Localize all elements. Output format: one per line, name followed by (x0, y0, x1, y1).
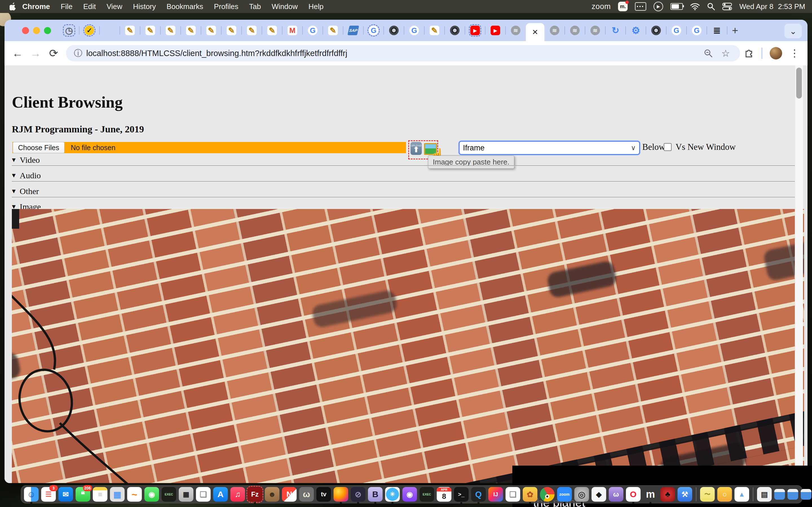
dock-gimp[interactable]: ω (299, 487, 314, 502)
dock-bbedit[interactable]: B (368, 487, 383, 502)
dock-notes[interactable]: ≡ (93, 487, 107, 502)
tab-settings[interactable]: ⚙ (626, 20, 646, 41)
dock-filezilla[interactable]: Fz (248, 487, 262, 502)
dock-minimized-window[interactable] (801, 489, 811, 500)
extensions-icon[interactable] (744, 48, 754, 59)
pinned-tab-youtube[interactable]: ▶ (485, 20, 506, 41)
pinned-tab-dots-grid[interactable] (100, 20, 120, 41)
dock-facetime[interactable]: ◉ (144, 487, 159, 502)
dock-cat-app[interactable]: ω (609, 487, 623, 502)
dock-printer[interactable]: ▤ (757, 487, 772, 502)
dock-device[interactable]: ▦ (179, 487, 193, 502)
dock-dark-circle-app[interactable]: ⊘ (351, 487, 365, 502)
browser-menu-icon[interactable]: ⋮ (790, 47, 800, 59)
pinned-tab-pencil[interactable]: ✎ (181, 20, 201, 41)
dock-activity[interactable]: ~ (127, 487, 142, 502)
tab-globe[interactable]: ≋ (545, 20, 565, 41)
reload-button[interactable]: ⟳ (45, 47, 63, 59)
pinned-tab-pencil[interactable]: ✎ (120, 20, 140, 41)
tab-overflow-chevron[interactable]: ⌄ (784, 24, 802, 38)
dock-music[interactable]: ♫ (231, 487, 245, 502)
dock-moustache-app[interactable]: m (643, 487, 658, 502)
pinned-tab-check[interactable]: ✓ (79, 20, 100, 41)
pinned-tab-pencil[interactable]: ✎ (323, 20, 343, 41)
dock-libreoffice[interactable]: ❏ (196, 487, 211, 502)
pinned-tab-chrome-dark[interactable] (384, 20, 404, 41)
bookmark-star-icon[interactable]: ☆ (721, 48, 730, 59)
dock-club-app[interactable]: ♣ (660, 487, 675, 502)
dock-reminders[interactable]: ☰3 (41, 487, 56, 502)
pinned-tab-sap[interactable]: SAP (343, 20, 363, 41)
menu-item-edit[interactable]: Edit (78, 2, 101, 11)
dock-paint[interactable]: ✿ (523, 487, 538, 502)
tab-chrome-dark[interactable] (646, 20, 666, 41)
choose-files-button[interactable]: Choose Files (13, 142, 64, 153)
dock-stickies[interactable]: 〜 (700, 487, 715, 502)
url-text[interactable]: localhost:8888/HTMLCSS/client_browsing.h… (86, 49, 700, 58)
tab-close-icon[interactable]: ✕ (532, 28, 538, 37)
fullscreen-window-button[interactable] (44, 27, 51, 34)
site-info-icon[interactable]: ⓘ (74, 48, 82, 59)
dock-exec-terminal[interactable]: EXEC (419, 487, 434, 502)
menu-item-chrome[interactable]: Chrome (17, 2, 55, 11)
pinned-tab-pencil[interactable]: ✎ (140, 20, 160, 41)
dock-messages[interactable]: ❝206 (75, 487, 90, 502)
dock-launchpad[interactable]: ▦ (110, 487, 124, 502)
status-app-icon[interactable]: m. (618, 2, 627, 11)
menu-item-history[interactable]: History (128, 2, 161, 11)
apple-menu-icon[interactable] (10, 2, 17, 11)
dock-exec-terminal[interactable]: EXEC (161, 487, 176, 502)
menu-item-file[interactable]: File (55, 2, 78, 11)
pinned-tab-pencil[interactable]: ✎ (262, 20, 282, 41)
dock-firefox[interactable] (334, 487, 348, 502)
dock-appstore[interactable]: A (213, 487, 228, 502)
pinned-tab-globe[interactable]: ≋ (506, 20, 526, 41)
new-tab-button[interactable]: + (727, 22, 743, 38)
dock-safari[interactable]: ✳ (385, 487, 400, 502)
pinned-tab-google[interactable]: G (404, 20, 424, 41)
dock-contacts[interactable]: ☻ (265, 487, 280, 502)
menu-item-bookmarks[interactable]: Bookmarks (161, 2, 209, 11)
pinned-tab-chrome-dark[interactable] (445, 20, 465, 41)
pinned-tab-gmail[interactable]: M (282, 20, 303, 41)
menu-item-profiles[interactable]: Profiles (209, 2, 244, 11)
pinned-tab-timer[interactable]: ◷ (59, 20, 79, 41)
file-input[interactable]: Choose Files No file chosen (12, 142, 406, 153)
menu-item-view[interactable]: View (101, 2, 128, 11)
profile-avatar[interactable] (770, 47, 782, 59)
dock-lens[interactable]: ◎ (574, 487, 589, 502)
wifi-icon[interactable] (690, 2, 700, 11)
play-status-icon[interactable]: ▶ (654, 2, 663, 11)
dock-terminal[interactable]: >_ (454, 487, 469, 502)
pinned-tab-pencil[interactable]: ✎ (242, 20, 262, 41)
section-summary-other[interactable]: ▼Other (11, 186, 39, 197)
dock-developer-app[interactable]: ⚒ (677, 487, 692, 502)
dock-minimized-window[interactable] (774, 489, 785, 500)
dock-zoom[interactable]: zoom (557, 487, 572, 502)
pinned-tab-google[interactable]: G (303, 20, 323, 41)
zoom-out-icon[interactable] (704, 49, 712, 57)
dock-chrome[interactable] (540, 487, 555, 502)
spotlight-search-icon[interactable] (707, 2, 715, 11)
new-window-checkbox[interactable] (664, 143, 672, 151)
menu-bar-clock[interactable]: Wed Apr 82:53 PM (739, 2, 805, 11)
minimize-window-button[interactable] (33, 27, 40, 34)
tab-stackoverflow[interactable]: ≣ (707, 20, 727, 41)
dock-apple-tv[interactable]: tv (316, 487, 331, 502)
pinned-tab-youtube[interactable]: ▶ (465, 20, 485, 41)
dock-minimized-window[interactable] (788, 489, 798, 500)
active-tab[interactable]: ✕ (526, 23, 545, 41)
upload-icon[interactable]: UPLOAD ⬆ (410, 142, 422, 155)
section-summary-video[interactable]: ▼Video (11, 154, 40, 166)
vertical-scrollbar-track[interactable] (795, 65, 803, 483)
address-bar[interactable]: ⓘ localhost:8888/HTMLCSS/client_browsing… (66, 45, 740, 61)
pinned-tab-pencil[interactable]: ✎ (160, 20, 181, 41)
dock-calendar[interactable]: APR8 (437, 487, 451, 502)
pinned-tab-pencil[interactable]: ✎ (221, 20, 242, 41)
close-window-button[interactable] (22, 27, 29, 34)
dock-mail[interactable]: ✉ (58, 487, 73, 502)
menu-item-help[interactable]: Help (303, 2, 329, 11)
vertical-scrollbar-thumb[interactable] (796, 68, 802, 99)
control-center-icon[interactable] (722, 2, 732, 11)
tab-globe[interactable]: ≋ (585, 20, 605, 41)
